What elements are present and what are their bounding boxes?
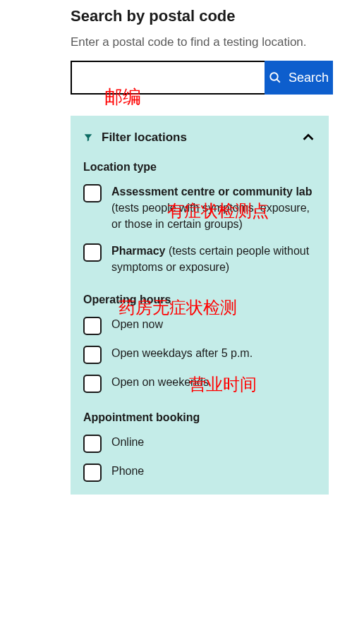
- filter-panel-title: Filter locations: [102, 131, 292, 145]
- option-open-weekends: Open on weekends: [83, 374, 316, 393]
- search-button[interactable]: Search: [265, 61, 333, 95]
- option-pharmacy: Pharmacy (tests certain people without s…: [83, 243, 316, 275]
- section-title-appointment-booking: Appointment booking: [83, 411, 316, 424]
- checkbox-open-weekends[interactable]: [83, 375, 102, 393]
- page-subtext: Enter a postal code to find a testing lo…: [71, 35, 364, 49]
- svg-point-0: [270, 73, 278, 80]
- option-label: Online: [111, 434, 144, 450]
- search-button-label: Search: [289, 71, 329, 85]
- filter-icon: [83, 133, 93, 143]
- option-label: Assessment centre or community lab (test…: [111, 183, 316, 233]
- svg-line-1: [277, 80, 280, 83]
- checkbox-open-weekdays-after-5[interactable]: [83, 346, 102, 364]
- option-label: Phone: [111, 463, 144, 479]
- option-phone: Phone: [83, 463, 316, 482]
- option-open-weekdays-after-5: Open weekdays after 5 p.m.: [83, 345, 316, 364]
- search-icon: [269, 71, 281, 84]
- option-online: Online: [83, 434, 316, 453]
- checkbox-phone[interactable]: [83, 464, 102, 482]
- checkbox-online[interactable]: [83, 435, 102, 453]
- option-label: Open weekdays after 5 p.m.: [111, 345, 253, 361]
- chevron-up-icon: [301, 130, 316, 145]
- section-title-location-type: Location type: [83, 161, 316, 174]
- checkbox-assessment-centre[interactable]: [83, 184, 102, 202]
- checkbox-open-now[interactable]: [83, 317, 102, 335]
- option-label: Open on weekends: [111, 374, 209, 390]
- option-label: Pharmacy (tests certain people without s…: [111, 243, 316, 275]
- option-assessment-centre: Assessment centre or community lab (test…: [83, 183, 316, 233]
- filter-panel: Filter locations Location type Assessmen…: [71, 116, 329, 495]
- option-label: Open now: [111, 316, 163, 332]
- option-open-now: Open now: [83, 316, 316, 335]
- section-title-operating-hours: Operating hours: [83, 293, 316, 306]
- filter-panel-toggle[interactable]: Filter locations: [83, 130, 316, 145]
- postal-code-input[interactable]: [71, 61, 265, 95]
- search-row: Search: [71, 61, 329, 95]
- page-heading: Search by postal code: [71, 7, 364, 25]
- checkbox-pharmacy[interactable]: [83, 243, 102, 262]
